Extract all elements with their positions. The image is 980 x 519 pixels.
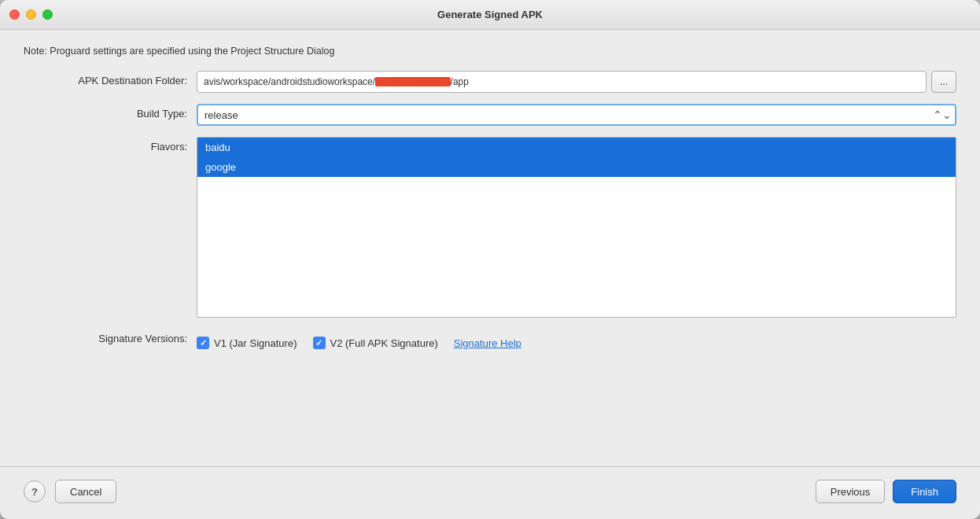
close-button[interactable] xyxy=(9,9,20,20)
v1-checkbox-item: V1 (Jar Signature) xyxy=(197,337,297,349)
flavors-label: Flavors: xyxy=(24,137,197,153)
main-content: Note: Proguard settings are specified us… xyxy=(0,30,980,466)
signature-versions-control: V1 (Jar Signature) V2 (Full APK Signatur… xyxy=(197,329,956,349)
previous-button[interactable]: Previous xyxy=(816,480,886,503)
folder-path-display[interactable]: avis/workspace/androidstudioworkspace/cl… xyxy=(197,71,927,93)
help-button[interactable]: ? xyxy=(24,480,46,502)
minimize-button[interactable] xyxy=(26,9,36,20)
signature-versions-label: Signature Versions: xyxy=(24,329,197,344)
v1-checkbox[interactable] xyxy=(197,337,209,349)
flavors-control: baidu google xyxy=(197,137,956,318)
browse-button[interactable]: ... xyxy=(931,71,956,93)
folder-path-text: avis/workspace/androidstudioworkspace/ xyxy=(204,76,375,87)
bottom-bar: ? Cancel Previous Finish xyxy=(0,467,980,519)
signature-row: V1 (Jar Signature) V2 (Full APK Signatur… xyxy=(197,337,956,349)
bottom-right: Previous Finish xyxy=(816,480,956,503)
build-type-control: release ⌃⌄ xyxy=(197,104,956,126)
build-type-select-wrapper: release ⌃⌄ xyxy=(197,104,956,126)
flavors-list[interactable]: baidu google xyxy=(197,137,956,318)
cancel-button[interactable]: Cancel xyxy=(55,480,116,503)
signature-versions-row: Signature Versions: V1 (Jar Signature) V… xyxy=(24,329,956,349)
bottom-left: ? Cancel xyxy=(24,480,116,503)
folder-input-wrapper: avis/workspace/androidstudioworkspace/cl… xyxy=(197,71,956,93)
apk-folder-row: APK Destination Folder: avis/workspace/a… xyxy=(24,71,956,93)
title-bar: Generate Signed APK xyxy=(0,0,980,30)
v1-label: V1 (Jar Signature) xyxy=(214,337,297,349)
window: Generate Signed APK Note: Proguard setti… xyxy=(0,0,980,519)
build-type-row: Build Type: release ⌃⌄ xyxy=(24,104,956,126)
note-text: Note: Proguard settings are specified us… xyxy=(24,46,956,57)
finish-button[interactable]: Finish xyxy=(893,480,956,503)
signature-help-link[interactable]: Signature Help xyxy=(454,337,521,349)
flavor-item-baidu[interactable]: baidu xyxy=(197,138,956,157)
flavors-row: Flavors: baidu google xyxy=(24,137,956,318)
v2-checkbox-item: V2 (Full APK Signature) xyxy=(313,337,438,349)
folder-path-suffix: /app xyxy=(451,76,469,87)
traffic-lights xyxy=(9,9,53,20)
build-type-label: Build Type: xyxy=(24,104,197,120)
v2-label: V2 (Full APK Signature) xyxy=(330,337,438,349)
flavor-item-google[interactable]: google xyxy=(197,157,956,177)
redacted-segment: cloudmeetFBBBR xyxy=(375,77,450,86)
build-type-select[interactable]: release xyxy=(197,104,956,126)
apk-folder-label: APK Destination Folder: xyxy=(24,71,197,86)
window-title: Generate Signed APK xyxy=(437,9,543,20)
apk-folder-control: avis/workspace/androidstudioworkspace/cl… xyxy=(197,71,956,93)
v2-checkbox[interactable] xyxy=(313,337,326,349)
maximize-button[interactable] xyxy=(42,9,53,20)
